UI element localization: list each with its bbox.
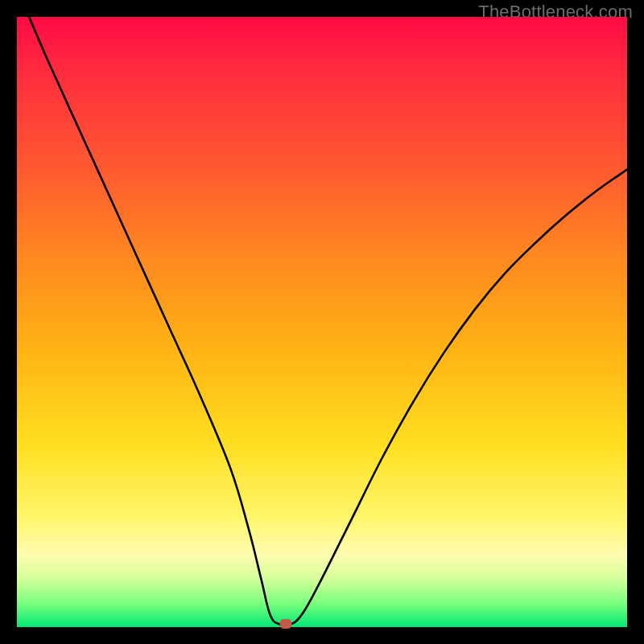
plot-area bbox=[17, 17, 627, 627]
optimal-point-marker bbox=[279, 619, 291, 629]
curve-svg bbox=[17, 17, 627, 627]
chart-frame: TheBottleneck.com bbox=[0, 0, 644, 644]
bottleneck-curve-path bbox=[29, 17, 627, 625]
